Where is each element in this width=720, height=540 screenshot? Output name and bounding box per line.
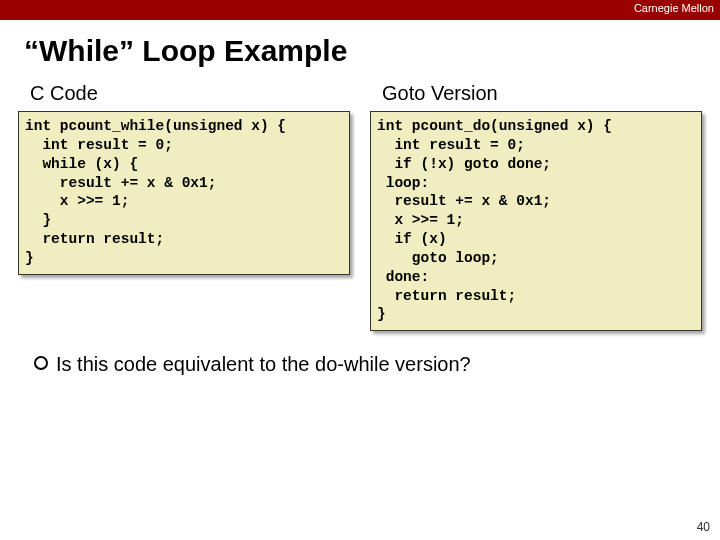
- bullet-icon: [34, 356, 48, 370]
- goto-code-box: int pcount_do(unsigned x) { int result =…: [370, 111, 702, 331]
- right-header: Goto Version: [382, 82, 702, 105]
- question-row: Is this code equivalent to the do-while …: [34, 353, 720, 376]
- org-label: Carnegie Mellon: [634, 2, 714, 14]
- right-column: Goto Version int pcount_do(unsigned x) {…: [370, 76, 702, 331]
- slide-title: “While” Loop Example: [24, 34, 720, 68]
- page-number: 40: [697, 520, 710, 534]
- c-code-box: int pcount_while(unsigned x) { int resul…: [18, 111, 350, 275]
- question-text: Is this code equivalent to the do-while …: [56, 353, 471, 375]
- left-column: C Code int pcount_while(unsigned x) { in…: [18, 76, 350, 275]
- left-header: C Code: [30, 82, 350, 105]
- columns: C Code int pcount_while(unsigned x) { in…: [0, 76, 720, 331]
- top-banner: Carnegie Mellon: [0, 0, 720, 20]
